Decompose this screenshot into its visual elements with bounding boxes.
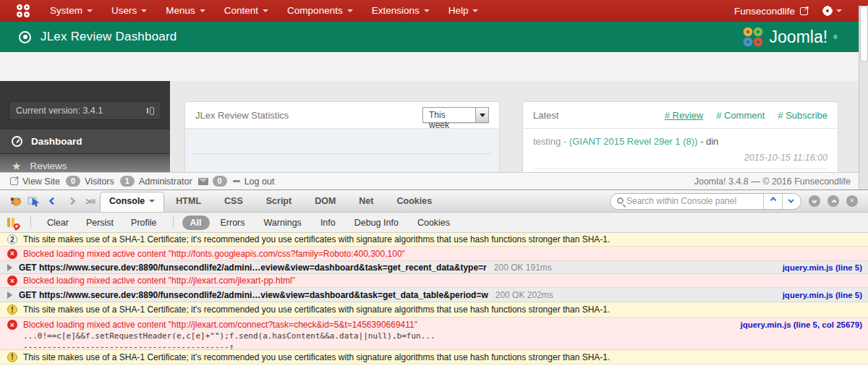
sidebar-item-label: Dashboard xyxy=(31,136,82,147)
external-link-icon: ↗ xyxy=(800,7,808,15)
clear-button[interactable]: Clear xyxy=(40,215,76,231)
expand-triangle-icon[interactable] xyxy=(7,264,12,271)
menu-content-label: Content xyxy=(224,0,258,22)
back-button[interactable] xyxy=(43,192,62,210)
error-column-underline: ----------------------------------------… xyxy=(23,342,229,350)
chevron-down-icon xyxy=(263,9,268,12)
latest-list: testing - (GIANT 2015 Revel 29er 1 (8)) … xyxy=(523,129,838,172)
firebug-menu-button[interactable] xyxy=(6,192,25,210)
search-prev-button[interactable] xyxy=(763,194,782,209)
command-line-button[interactable]: >≡ xyxy=(81,192,100,210)
logout-button[interactable]: Log out xyxy=(233,176,275,187)
latest-entry: testing - (GIANT 2015 Revel 29er 1 (8)) … xyxy=(533,136,827,147)
filter-subscribe-link[interactable]: # Subscribe xyxy=(778,110,827,121)
source-link[interactable]: jquery.min.js (line 5) xyxy=(774,291,862,299)
visitors-status: 0 Visitors xyxy=(66,176,114,187)
menu-help[interactable]: Help xyxy=(439,0,488,22)
filter-all[interactable]: All xyxy=(182,216,210,230)
menu-extensions[interactable]: Extensions xyxy=(362,0,439,22)
console-error-row: × Blocked loading mixed active content "… xyxy=(0,274,868,288)
view-site-button[interactable]: ↗ View Site xyxy=(10,176,60,187)
entry-link[interactable]: (GIANT 2015 Revel 29er 1 (8)) xyxy=(569,136,698,147)
sidebar-item-dashboard[interactable]: Dashboard xyxy=(0,129,170,153)
chevron-down-icon xyxy=(347,9,353,12)
tab-html[interactable]: HTML xyxy=(164,192,213,210)
settings-menu[interactable] xyxy=(824,7,842,14)
inspect-element-button[interactable] xyxy=(25,192,43,210)
filter-debug-info[interactable]: Debug Info xyxy=(346,216,407,230)
firebug-panel: >≡ Console HTML CSS Script DOM Net Cooki… xyxy=(0,190,868,365)
request-url[interactable]: GET https://www.secure.dev:8890/funsecon… xyxy=(19,263,487,273)
tab-dom[interactable]: DOM xyxy=(303,192,347,210)
period-select[interactable]: This week xyxy=(422,107,489,123)
select-dropdown-button[interactable] xyxy=(475,108,488,122)
view-site-link[interactable]: Funsecondlife ↗ xyxy=(734,6,808,17)
joomla-brand-text: Joomla! xyxy=(770,27,828,47)
search-input[interactable] xyxy=(626,194,763,209)
detach-firebug-button[interactable] xyxy=(827,195,839,207)
filter-info[interactable]: Info xyxy=(312,216,344,230)
request-url[interactable]: GET https://www.secure.dev:8890/funsecon… xyxy=(19,290,488,300)
error-code-snippet: ...0!==c[e]&&f.setRequestHeader(e,c[e]+"… xyxy=(23,331,862,341)
tab-css[interactable]: CSS xyxy=(213,192,255,210)
current-version-label: Current version: 3.4.1 xyxy=(16,106,103,116)
expand-triangle-icon[interactable] xyxy=(7,291,12,299)
chevron-right-icon xyxy=(67,197,75,205)
menu-menus[interactable]: Menus xyxy=(156,0,215,22)
star-icon: ★ xyxy=(12,161,21,171)
chevron-down-icon xyxy=(424,9,430,12)
sidebar: Current version: 3.4.1 Dashboard ★ Revie… xyxy=(0,81,170,172)
filter-comment-link[interactable]: # Comment xyxy=(716,110,765,121)
envelope-icon xyxy=(198,178,208,185)
error-icon: × xyxy=(7,320,17,330)
forward-button[interactable] xyxy=(62,192,81,210)
console-warning-row: ! This site makes use of a SHA-1 Certifi… xyxy=(0,350,868,365)
firebug-bug-icon xyxy=(9,196,21,206)
scrollbar-thumb[interactable] xyxy=(860,6,868,62)
tab-console[interactable]: Console xyxy=(100,192,164,212)
console-search xyxy=(610,193,801,210)
messages-status[interactable]: 0 xyxy=(198,176,227,187)
tab-cookies[interactable]: Cookies xyxy=(386,192,444,210)
warning-icon: ! xyxy=(7,305,17,315)
sidebar-item-label: Reviews xyxy=(30,161,67,171)
admin-label: Administrator xyxy=(139,176,192,187)
sidebar-item-reviews[interactable]: ★ Reviews xyxy=(0,153,170,172)
content-area: Current version: 3.4.1 Dashboard ★ Revie… xyxy=(0,81,868,172)
stats-chart xyxy=(185,129,499,172)
break-on-errors-button[interactable] xyxy=(6,217,19,229)
source-link[interactable]: jquery.min.js (line 5, col 25679) xyxy=(731,320,862,329)
external-link-icon: ↗ xyxy=(10,177,18,185)
filter-review-link[interactable]: # Review xyxy=(665,110,703,121)
tab-script[interactable]: Script xyxy=(255,192,303,210)
warning-text: This site makes use of a SHA-1 Certifica… xyxy=(23,352,610,362)
profile-button[interactable]: Profile xyxy=(124,215,163,231)
console-net-row: GET https://www.secure.dev:8890/funsecon… xyxy=(0,261,868,274)
gauge-icon xyxy=(12,136,22,147)
persist-button[interactable]: Persist xyxy=(79,215,121,231)
filter-warnings[interactable]: Warnings xyxy=(256,216,310,230)
chevron-down-icon xyxy=(472,9,478,12)
joomla-brand: Joomla!® xyxy=(742,26,855,48)
filter-cookies[interactable]: Cookies xyxy=(409,216,458,230)
gear-icon xyxy=(824,7,831,14)
close-firebug-button[interactable]: × xyxy=(846,195,858,207)
menu-components[interactable]: Components xyxy=(278,0,362,22)
search-next-button[interactable] xyxy=(782,194,801,209)
error-text: Blocked loading mixed active content "ht… xyxy=(23,276,295,286)
menu-system[interactable]: System xyxy=(41,0,102,22)
menu-content[interactable]: Content xyxy=(215,0,278,22)
filter-errors[interactable]: Errors xyxy=(213,216,253,230)
target-icon xyxy=(19,31,31,43)
inspect-icon xyxy=(27,195,41,207)
admin-badge: 1 xyxy=(120,176,135,187)
console-error-row: × Blocked loading mixed active content "… xyxy=(0,247,868,261)
version-toggle-icon[interactable] xyxy=(147,107,154,115)
tab-net[interactable]: Net xyxy=(347,192,385,210)
minimize-firebug-button[interactable] xyxy=(809,195,820,207)
menu-users[interactable]: Users xyxy=(102,0,156,22)
source-link[interactable]: jquery.min.js (line 5) xyxy=(774,263,862,272)
command-line-icon: >≡ xyxy=(85,196,95,207)
scrollbar[interactable] xyxy=(859,6,868,190)
no-break-icon xyxy=(14,223,20,229)
